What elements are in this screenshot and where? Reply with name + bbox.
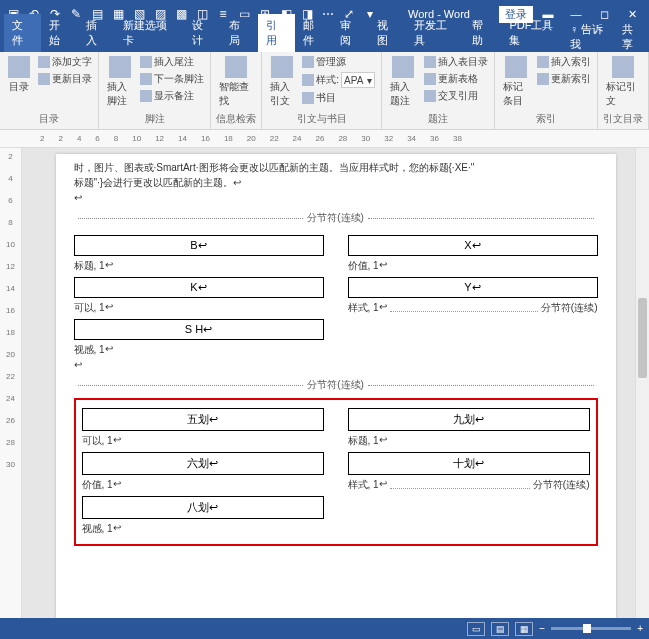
index-caption: 价值, 1↩ <box>348 259 598 273</box>
scroll-thumb[interactable] <box>638 298 647 378</box>
share-button[interactable]: 共享 <box>622 22 643 52</box>
search-icon <box>225 56 247 78</box>
update-table-button[interactable]: 更新表格 <box>422 71 490 87</box>
show-notes-button[interactable]: 显示备注 <box>138 88 206 104</box>
vertical-ruler[interactable]: 24681012141618202224262830 <box>0 148 22 618</box>
cross-reference-button[interactable]: 交叉引用 <box>422 88 490 104</box>
smart-lookup-button[interactable]: 智能查找 <box>215 54 257 110</box>
section-break: 分节符(连续) <box>74 378 598 392</box>
update-index-button[interactable]: 更新索引 <box>535 71 593 87</box>
page[interactable]: 时，图片、图表或·SmartArt·图形将会更改以匹配新的主题。当应用样式时，您… <box>56 154 616 618</box>
index-icon <box>505 56 527 78</box>
style-select[interactable]: 样式: APA▾ <box>300 71 377 89</box>
insert-index-button[interactable]: 插入索引 <box>535 54 593 70</box>
group-label: 索引 <box>499 111 593 127</box>
tab-newtab[interactable]: 新建选项卡 <box>115 14 184 52</box>
zoom-in-button[interactable]: + <box>637 623 643 634</box>
tab-review[interactable]: 审阅 <box>332 14 369 52</box>
group-label: 题注 <box>386 111 489 127</box>
citation-icon <box>271 56 293 78</box>
tab-pdf[interactable]: PDF工具集 <box>501 14 570 52</box>
chevron-down-icon: ▾ <box>367 75 372 86</box>
view-print-icon[interactable]: ▤ <box>491 622 509 636</box>
index-box: X↩ <box>348 235 598 256</box>
group-label: 目录 <box>4 111 94 127</box>
index-caption: 视感, 1↩ <box>82 522 324 536</box>
tab-file[interactable]: 文件 <box>4 14 41 52</box>
vertical-scrollbar[interactable] <box>635 148 649 618</box>
manage-sources-button[interactable]: 管理源 <box>300 54 377 70</box>
highlighted-region: 五划↩ 可以, 1↩ 九划↩ 标题, 1↩ 六划↩ 价值, 1↩ 十划↩ <box>74 398 598 546</box>
group-label: 引文与书目 <box>266 111 377 127</box>
insert-citation-button[interactable]: 插入引文 <box>266 54 298 110</box>
mark-citation-button[interactable]: 标记引文 <box>602 54 644 110</box>
footnote-icon <box>109 56 131 78</box>
insert-endnote-button[interactable]: 插入尾注 <box>138 54 206 70</box>
index-caption: 可以, 1↩ <box>74 301 324 315</box>
insert-figures-table-button[interactable]: 插入表目录 <box>422 54 490 70</box>
tab-developer[interactable]: 开发工具 <box>406 14 464 52</box>
tab-home[interactable]: 开始 <box>41 14 78 52</box>
horizontal-ruler[interactable]: 22468101214161820222426283032343638 <box>0 130 649 148</box>
toc-icon <box>8 56 30 78</box>
tab-references[interactable]: 引用 <box>258 14 295 52</box>
index-box: 八划↩ <box>82 496 324 519</box>
tab-insert[interactable]: 插入 <box>78 14 115 52</box>
mark-citation-icon <box>612 56 634 78</box>
document-area: 24681012141618202224262830 系统部落 xitongbu… <box>0 148 649 618</box>
page-scroll: 系统部落 xitongbuluo.com 系统部落 xitongbuluo.co… <box>22 148 649 618</box>
tab-view[interactable]: 视图 <box>369 14 406 52</box>
tab-design[interactable]: 设计 <box>184 14 221 52</box>
add-text-button[interactable]: 添加文字 <box>36 54 94 70</box>
next-footnote-button[interactable]: 下一条脚注 <box>138 71 206 87</box>
index-caption: 样式, 1↩分节符(连续) <box>348 478 590 492</box>
tell-me[interactable]: ♀ 告诉我 <box>570 22 612 52</box>
status-bar: ▭ ▤ ▦ − + <box>0 618 649 639</box>
body-text: ↩ <box>74 190 598 205</box>
close-icon[interactable]: ✕ <box>619 4 645 24</box>
group-label: 引文目录 <box>602 111 644 127</box>
body-text: 时，图片、图表或·SmartArt·图形将会更改以匹配新的主题。当应用样式时，您… <box>74 160 598 175</box>
tab-layout[interactable]: 布局 <box>221 14 258 52</box>
maximize-icon[interactable]: ◻ <box>591 4 617 24</box>
update-toc-button[interactable]: 更新目录 <box>36 71 94 87</box>
index-box: B↩ <box>74 235 324 256</box>
index-box: 十划↩ <box>348 452 590 475</box>
mark-entry-button[interactable]: 标记条目 <box>499 54 533 110</box>
tab-help[interactable]: 帮助 <box>464 14 501 52</box>
bibliography-button[interactable]: 书目 <box>300 90 377 106</box>
index-box: 九划↩ <box>348 408 590 431</box>
section-break: 分节符(连续) <box>74 211 598 225</box>
body-text: 标题"·}会进行更改以匹配新的主题。↩ <box>74 175 598 190</box>
index-caption: 样式, 1↩分节符(连续) <box>348 301 598 315</box>
ribbon: 目录 添加文字 更新目录 目录 插入脚注 插入尾注 下一条脚注 显示备注 脚注 … <box>0 52 649 130</box>
zoom-out-button[interactable]: − <box>539 623 545 634</box>
index-caption: 标题, 1↩ <box>74 259 324 273</box>
zoom-slider[interactable] <box>551 627 631 630</box>
index-box: 五划↩ <box>82 408 324 431</box>
group-label: 脚注 <box>103 111 206 127</box>
index-caption: 标题, 1↩ <box>348 434 590 448</box>
insert-footnote-button[interactable]: 插入脚注 <box>103 54 136 110</box>
index-box: K↩ <box>74 277 324 298</box>
caption-icon <box>392 56 414 78</box>
group-label: 信息检索 <box>215 111 257 127</box>
ribbon-tabs: 文件 开始 插入 新建选项卡 设计 布局 引用 邮件 审阅 视图 开发工具 帮助… <box>0 28 649 52</box>
index-caption: 可以, 1↩ <box>82 434 324 448</box>
zoom-thumb[interactable] <box>583 624 591 633</box>
index-box: Y↩ <box>348 277 598 298</box>
index-box: 六划↩ <box>82 452 324 475</box>
insert-caption-button[interactable]: 插入题注 <box>386 54 419 110</box>
index-caption: 价值, 1↩ <box>82 478 324 492</box>
body-text: ↩ <box>74 357 598 372</box>
toc-button[interactable]: 目录 <box>4 54 34 96</box>
view-read-icon[interactable]: ▭ <box>467 622 485 636</box>
view-web-icon[interactable]: ▦ <box>515 622 533 636</box>
tab-mail[interactable]: 邮件 <box>295 14 332 52</box>
index-caption: 视感, 1↩ <box>74 343 324 357</box>
index-box: S H↩ <box>74 319 324 340</box>
